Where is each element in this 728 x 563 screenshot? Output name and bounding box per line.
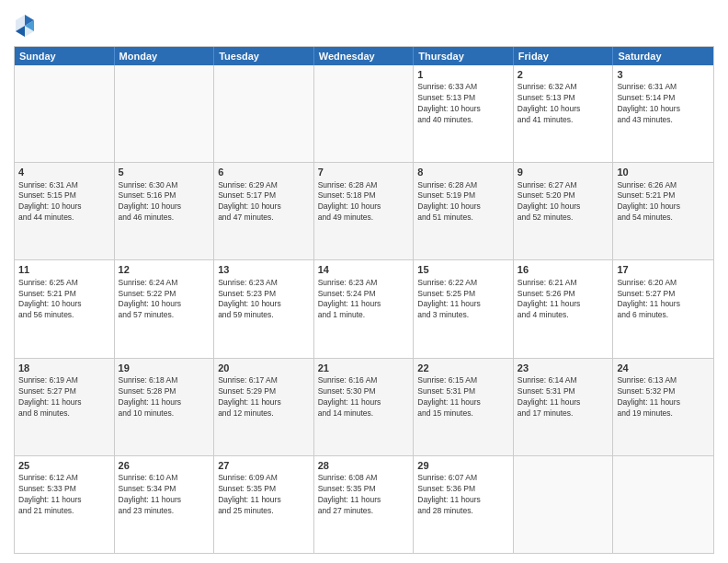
calendar-cell: 21Sunrise: 6:16 AM Sunset: 5:30 PM Dayli… <box>314 359 415 455</box>
calendar-cell <box>115 65 215 162</box>
day-number: 28 <box>318 459 410 472</box>
logo-icon <box>14 13 36 39</box>
day-info: Sunrise: 6:18 AM Sunset: 5:28 PM Dayligh… <box>119 375 210 419</box>
calendar-body: 1Sunrise: 6:33 AM Sunset: 5:13 PM Daylig… <box>15 65 713 553</box>
calendar-header-tuesday: Tuesday <box>214 47 314 65</box>
calendar-cell: 24Sunrise: 6:13 AM Sunset: 5:32 PM Dayli… <box>613 359 713 455</box>
day-number: 21 <box>318 362 410 374</box>
calendar-row-4: 18Sunrise: 6:19 AM Sunset: 5:27 PM Dayli… <box>15 359 713 456</box>
calendar-cell: 7Sunrise: 6:28 AM Sunset: 5:18 PM Daylig… <box>314 163 415 259</box>
day-info: Sunrise: 6:23 AM Sunset: 5:24 PM Dayligh… <box>318 278 410 322</box>
calendar-cell: 27Sunrise: 6:09 AM Sunset: 5:35 PM Dayli… <box>214 456 314 553</box>
day-info: Sunrise: 6:15 AM Sunset: 5:31 PM Dayligh… <box>417 375 509 419</box>
calendar-cell: 10Sunrise: 6:26 AM Sunset: 5:21 PM Dayli… <box>613 163 713 259</box>
day-number: 8 <box>417 166 509 178</box>
day-number: 14 <box>318 263 410 276</box>
day-number: 19 <box>119 362 210 374</box>
day-number: 9 <box>518 166 609 178</box>
day-info: Sunrise: 6:25 AM Sunset: 5:21 PM Dayligh… <box>18 278 110 322</box>
calendar-cell: 14Sunrise: 6:23 AM Sunset: 5:24 PM Dayli… <box>314 260 415 357</box>
day-info: Sunrise: 6:30 AM Sunset: 5:16 PM Dayligh… <box>119 180 210 224</box>
day-number: 5 <box>119 166 210 178</box>
calendar-cell: 12Sunrise: 6:24 AM Sunset: 5:22 PM Dayli… <box>115 260 215 357</box>
page-header <box>14 9 714 39</box>
day-number: 15 <box>417 263 509 276</box>
calendar-header: SundayMondayTuesdayWednesdayThursdayFrid… <box>15 47 713 65</box>
day-number: 2 <box>518 68 609 81</box>
day-number: 18 <box>18 362 110 374</box>
calendar-cell: 26Sunrise: 6:10 AM Sunset: 5:34 PM Dayli… <box>115 456 215 553</box>
calendar-cell: 8Sunrise: 6:28 AM Sunset: 5:19 PM Daylig… <box>414 163 514 259</box>
calendar-cell: 5Sunrise: 6:30 AM Sunset: 5:16 PM Daylig… <box>115 163 215 259</box>
calendar-row-5: 25Sunrise: 6:12 AM Sunset: 5:33 PM Dayli… <box>15 456 713 553</box>
day-info: Sunrise: 6:20 AM Sunset: 5:27 PM Dayligh… <box>617 278 710 322</box>
calendar-header-saturday: Saturday <box>613 47 713 65</box>
day-number: 1 <box>417 68 509 81</box>
day-info: Sunrise: 6:31 AM Sunset: 5:14 PM Dayligh… <box>617 82 710 126</box>
day-number: 4 <box>18 166 110 178</box>
day-number: 10 <box>617 166 710 178</box>
calendar-header-monday: Monday <box>115 47 215 65</box>
day-number: 29 <box>417 459 509 472</box>
calendar-cell <box>613 456 713 553</box>
calendar-row-1: 1Sunrise: 6:33 AM Sunset: 5:13 PM Daylig… <box>15 65 713 163</box>
day-number: 20 <box>218 362 310 374</box>
day-info: Sunrise: 6:32 AM Sunset: 5:13 PM Dayligh… <box>518 82 609 126</box>
calendar-cell: 11Sunrise: 6:25 AM Sunset: 5:21 PM Dayli… <box>15 260 115 357</box>
calendar-cell: 9Sunrise: 6:27 AM Sunset: 5:20 PM Daylig… <box>514 163 614 259</box>
day-info: Sunrise: 6:10 AM Sunset: 5:34 PM Dayligh… <box>119 473 210 517</box>
day-number: 23 <box>518 362 609 374</box>
calendar-cell <box>514 456 614 553</box>
calendar-cell: 22Sunrise: 6:15 AM Sunset: 5:31 PM Dayli… <box>414 359 514 455</box>
calendar-cell: 4Sunrise: 6:31 AM Sunset: 5:15 PM Daylig… <box>15 163 115 259</box>
calendar-cell: 2Sunrise: 6:32 AM Sunset: 5:13 PM Daylig… <box>514 65 614 162</box>
day-info: Sunrise: 6:19 AM Sunset: 5:27 PM Dayligh… <box>18 375 110 419</box>
day-info: Sunrise: 6:29 AM Sunset: 5:17 PM Dayligh… <box>218 180 310 224</box>
calendar-cell: 3Sunrise: 6:31 AM Sunset: 5:14 PM Daylig… <box>613 65 713 162</box>
calendar-cell: 17Sunrise: 6:20 AM Sunset: 5:27 PM Dayli… <box>613 260 713 357</box>
calendar-cell: 28Sunrise: 6:08 AM Sunset: 5:35 PM Dayli… <box>314 456 415 553</box>
calendar-cell: 6Sunrise: 6:29 AM Sunset: 5:17 PM Daylig… <box>214 163 314 259</box>
calendar-cell <box>214 65 314 162</box>
day-info: Sunrise: 6:31 AM Sunset: 5:15 PM Dayligh… <box>18 180 110 224</box>
calendar-row-3: 11Sunrise: 6:25 AM Sunset: 5:21 PM Dayli… <box>15 260 713 358</box>
day-number: 24 <box>617 362 710 374</box>
day-info: Sunrise: 6:07 AM Sunset: 5:36 PM Dayligh… <box>417 473 509 517</box>
day-info: Sunrise: 6:13 AM Sunset: 5:32 PM Dayligh… <box>617 375 710 419</box>
day-number: 26 <box>119 459 210 472</box>
calendar-row-2: 4Sunrise: 6:31 AM Sunset: 5:15 PM Daylig… <box>15 163 713 260</box>
day-number: 13 <box>218 263 310 276</box>
calendar-page: SundayMondayTuesdayWednesdayThursdayFrid… <box>0 0 728 563</box>
day-info: Sunrise: 6:28 AM Sunset: 5:19 PM Dayligh… <box>417 180 509 224</box>
day-info: Sunrise: 6:27 AM Sunset: 5:20 PM Dayligh… <box>518 180 609 224</box>
day-number: 17 <box>617 263 710 276</box>
calendar-cell <box>15 65 115 162</box>
calendar-cell <box>314 65 415 162</box>
day-number: 12 <box>119 263 210 276</box>
logo <box>14 13 40 39</box>
calendar-header-wednesday: Wednesday <box>314 47 415 65</box>
calendar-cell: 1Sunrise: 6:33 AM Sunset: 5:13 PM Daylig… <box>414 65 514 162</box>
day-number: 16 <box>518 263 609 276</box>
calendar-cell: 23Sunrise: 6:14 AM Sunset: 5:31 PM Dayli… <box>514 359 614 455</box>
day-info: Sunrise: 6:16 AM Sunset: 5:30 PM Dayligh… <box>318 375 410 419</box>
calendar-cell: 29Sunrise: 6:07 AM Sunset: 5:36 PM Dayli… <box>414 456 514 553</box>
day-info: Sunrise: 6:12 AM Sunset: 5:33 PM Dayligh… <box>18 473 110 517</box>
day-info: Sunrise: 6:17 AM Sunset: 5:29 PM Dayligh… <box>218 375 310 419</box>
calendar-cell: 25Sunrise: 6:12 AM Sunset: 5:33 PM Dayli… <box>15 456 115 553</box>
calendar-header-sunday: Sunday <box>15 47 115 65</box>
day-info: Sunrise: 6:08 AM Sunset: 5:35 PM Dayligh… <box>318 473 410 517</box>
day-info: Sunrise: 6:22 AM Sunset: 5:25 PM Dayligh… <box>417 278 509 322</box>
calendar-cell: 20Sunrise: 6:17 AM Sunset: 5:29 PM Dayli… <box>214 359 314 455</box>
day-number: 22 <box>417 362 509 374</box>
day-number: 27 <box>218 459 310 472</box>
day-info: Sunrise: 6:09 AM Sunset: 5:35 PM Dayligh… <box>218 473 310 517</box>
calendar-cell: 19Sunrise: 6:18 AM Sunset: 5:28 PM Dayli… <box>115 359 215 455</box>
day-info: Sunrise: 6:21 AM Sunset: 5:26 PM Dayligh… <box>518 278 609 322</box>
day-number: 25 <box>18 459 110 472</box>
day-info: Sunrise: 6:23 AM Sunset: 5:23 PM Dayligh… <box>218 278 310 322</box>
day-info: Sunrise: 6:26 AM Sunset: 5:21 PM Dayligh… <box>617 180 710 224</box>
day-number: 6 <box>218 166 310 178</box>
calendar-header-thursday: Thursday <box>414 47 514 65</box>
calendar-cell: 16Sunrise: 6:21 AM Sunset: 5:26 PM Dayli… <box>514 260 614 357</box>
